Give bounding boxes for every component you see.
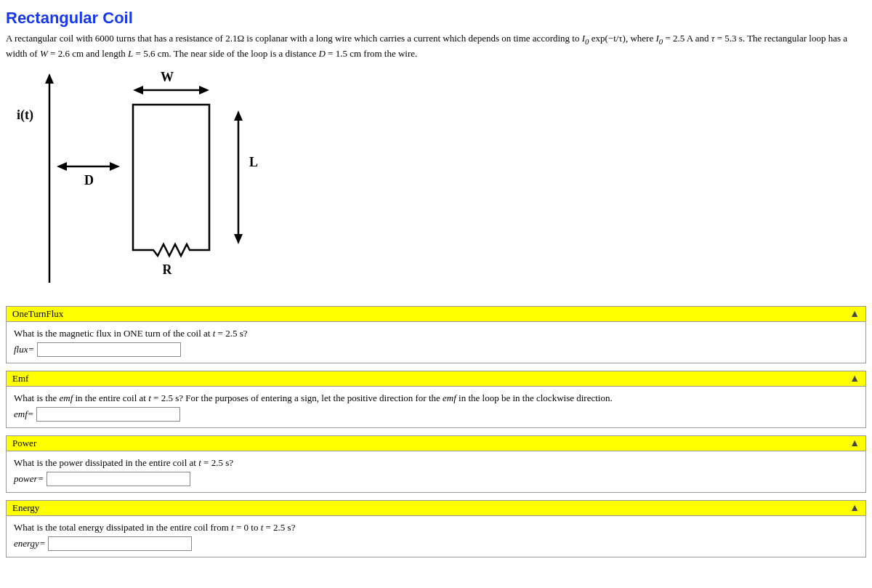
section-emf-header[interactable]: Emf ▲ — [7, 371, 865, 387]
energy-input[interactable] — [48, 536, 192, 551]
diagram-i-label: i(t) — [17, 108, 33, 123]
flux-label: flux= — [14, 344, 34, 355]
section-energy: Energy ▲ What is the total energy dissip… — [6, 500, 866, 557]
section-flux: OneTurnFlux ▲ What is the magnetic flux … — [6, 306, 866, 363]
section-power-header[interactable]: Power ▲ — [7, 436, 865, 451]
section-flux-header[interactable]: OneTurnFlux ▲ — [7, 307, 865, 322]
section-energy-header[interactable]: Energy ▲ — [7, 501, 865, 516]
power-question: What is the power dissipated in the enti… — [14, 457, 858, 469]
svg-marker-3 — [57, 162, 67, 171]
chevron-up-icon: ▲ — [849, 438, 860, 449]
svg-marker-6 — [133, 86, 143, 94]
section-emf-title: Emf — [12, 373, 28, 384]
svg-marker-10 — [234, 234, 243, 244]
page-title: Rectangular Coil — [6, 9, 866, 28]
chevron-up-icon: ▲ — [849, 373, 860, 384]
emf-input[interactable] — [36, 407, 180, 422]
section-power-title: Power — [12, 438, 36, 449]
svg-marker-1 — [45, 73, 54, 84]
diagram-w-label: W — [161, 70, 174, 84]
section-energy-title: Energy — [12, 502, 39, 514]
problem-statement: A rectangular coil with 6000 turns that … — [6, 32, 866, 60]
diagram-d-label: D — [84, 173, 94, 188]
circuit-diagram: i(t) D W R L — [6, 65, 866, 293]
section-emf: Emf ▲ What is the emf in the entire coil… — [6, 371, 866, 428]
section-flux-title: OneTurnFlux — [12, 308, 63, 320]
svg-marker-4 — [110, 162, 120, 171]
flux-question: What is the magnetic flux in ONE turn of… — [14, 328, 858, 339]
emf-question: What is the emf in the entire coil at t … — [14, 392, 858, 404]
power-label: power= — [14, 473, 44, 484]
diagram-l-label: L — [249, 155, 258, 169]
diagram-r-label: R — [163, 262, 173, 277]
emf-label: emf= — [14, 408, 34, 419]
flux-input[interactable] — [37, 342, 181, 357]
chevron-up-icon: ▲ — [849, 308, 860, 320]
svg-marker-9 — [234, 110, 243, 121]
power-input[interactable] — [47, 472, 190, 486]
energy-question: What is the total energy dissipated in t… — [14, 522, 858, 533]
chevron-up-icon: ▲ — [849, 502, 860, 514]
energy-label: energy= — [14, 538, 46, 549]
svg-marker-7 — [199, 86, 209, 94]
section-power: Power ▲ What is the power dissipated in … — [6, 435, 866, 493]
